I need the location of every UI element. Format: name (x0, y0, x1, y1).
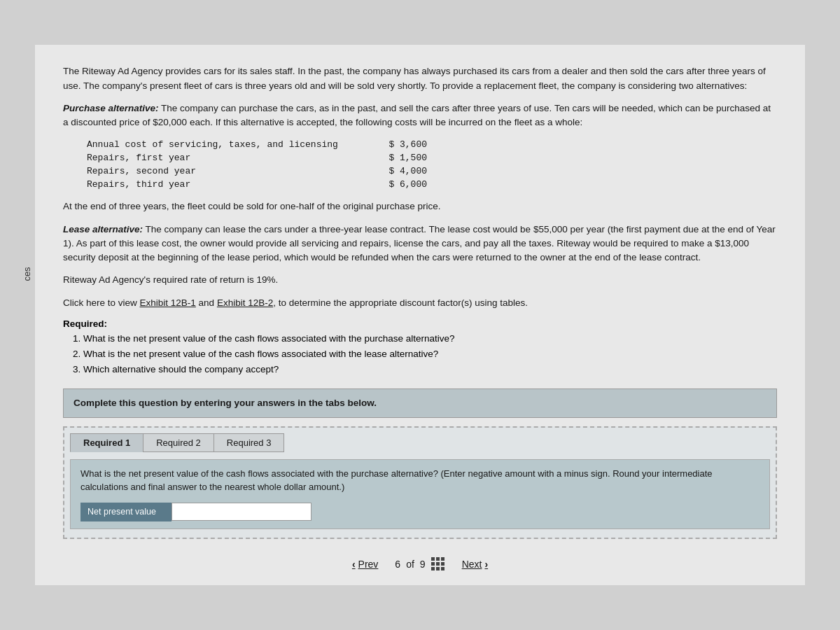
required-item: 1. What is the net present value of the … (73, 332, 777, 346)
purchase-alt-paragraph: Purchase alternative: The company can pu… (63, 102, 777, 130)
page-current: 6 (395, 559, 400, 570)
cost-row: Repairs, second year$ 4,000 (84, 164, 434, 178)
next-button[interactable]: Next › (462, 559, 488, 570)
net-present-value-input[interactable] (172, 503, 312, 521)
intro-paragraph: The Riteway Ad Agency provides cars for … (63, 64, 777, 93)
exhibit-text-after: , to determine the appropriate discount … (273, 298, 528, 308)
cost-value: $ 3,600 (379, 138, 434, 151)
cost-value: $ 6,000 (379, 178, 434, 191)
next-label: Next (462, 559, 482, 570)
next-chevron-icon: › (484, 559, 488, 570)
rate-text: Riteway Ad Agency's required rate of ret… (63, 273, 777, 287)
input-label-text: Net present value (80, 503, 172, 522)
tab-required-1[interactable]: Required 1 (70, 433, 143, 452)
cost-row: Repairs, third year$ 6,000 (84, 178, 434, 191)
lease-alt-label: Lease alternative: (63, 224, 143, 234)
page-info: 6 of 9 (395, 557, 444, 571)
cost-table: Annual cost of servicing, taxes, and lic… (84, 138, 434, 191)
cost-label: Repairs, first year (84, 151, 379, 164)
tab-content-box: What is the net present value of the cas… (70, 459, 770, 529)
prev-chevron-icon: ‹ (352, 559, 356, 570)
page-total: 9 (420, 559, 426, 570)
required-item: 3. Which alternative should the company … (73, 363, 777, 377)
cost-row: Annual cost of servicing, taxes, and lic… (84, 138, 434, 151)
exhibit-paragraph: Click here to view Exhibit 12B-1 and Exh… (63, 296, 777, 310)
purchase-alt-text: The company can purchase the cars, as in… (63, 103, 771, 127)
of-label: of (406, 559, 414, 570)
tab-content-text: What is the net present value of the cas… (80, 467, 760, 494)
tab-required-3[interactable]: Required 3 (214, 433, 285, 452)
tabs-row: Required 1Required 2Required 3 (70, 433, 770, 452)
page-container: ces The Riteway Ad Agency provides cars … (35, 45, 805, 584)
required-section: Required: 1. What is the net present val… (63, 318, 777, 377)
sidebar-label: ces (22, 267, 32, 281)
prev-button[interactable]: ‹ Prev (352, 559, 378, 570)
exhibit-12b1-link[interactable]: Exhibit 12B-1 (140, 298, 196, 308)
exhibit-12b2-link[interactable]: Exhibit 12B-2 (217, 298, 273, 308)
complete-box: Complete this question by entering your … (63, 388, 777, 418)
cost-label: Repairs, third year (84, 178, 379, 191)
lease-alt-text: The company can lease the cars under a t… (63, 224, 776, 263)
cost-label: Annual cost of servicing, taxes, and lic… (84, 138, 379, 151)
cost-label: Repairs, second year (84, 164, 379, 178)
tabs-area: Required 1Required 2Required 3 What is t… (63, 426, 777, 539)
input-row: Net present value (80, 503, 760, 522)
exhibit-text-before: Click here to view (63, 298, 140, 308)
grid-icon (431, 557, 445, 571)
required-item: 2. What is the net present value of the … (73, 347, 777, 361)
exhibit-and: and (196, 298, 217, 308)
cost-value: $ 4,000 (379, 164, 434, 178)
cost-row: Repairs, first year$ 1,500 (84, 151, 434, 164)
lease-alt-paragraph: Lease alternative: The company can lease… (63, 223, 777, 265)
nav-bar: ‹ Prev 6 of 9 Next › (63, 552, 777, 571)
tab-required-2[interactable]: Required 2 (143, 433, 214, 452)
purchase-alt-label: Purchase alternative: (63, 103, 159, 113)
cost-value: $ 1,500 (379, 151, 434, 164)
prev-label: Prev (358, 559, 379, 570)
complete-box-text: Complete this question by entering your … (74, 396, 766, 410)
required-title: Required: (63, 318, 777, 329)
resale-text: At the end of three years, the fleet cou… (63, 200, 777, 214)
